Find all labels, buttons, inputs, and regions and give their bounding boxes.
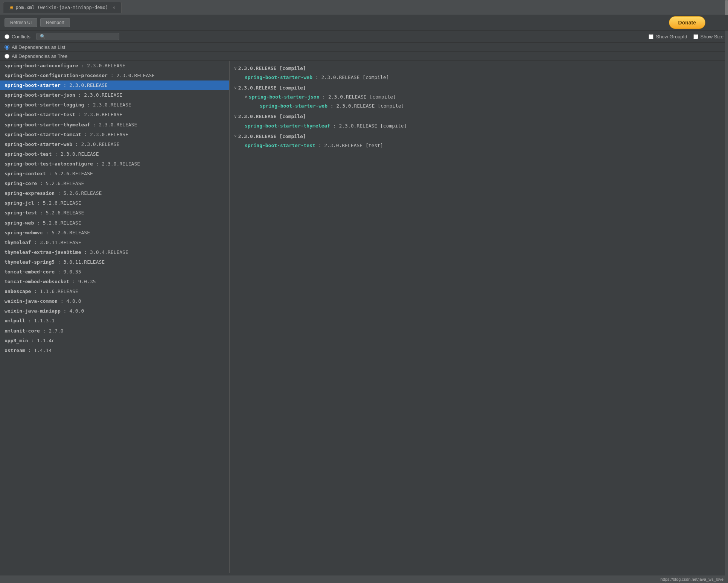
left-dep-item[interactable]: spring-boot-starter-json : 2.3.0.RELEASE xyxy=(0,90,229,100)
dep-version: : 2.7.0 xyxy=(40,328,64,334)
left-dep-item[interactable]: spring-boot-starter-web : 2.3.0.RELEASE xyxy=(0,140,229,149)
chevron-icon: ∨ xyxy=(245,94,247,101)
dep-name: spring-expression xyxy=(5,190,55,196)
tab-close-button[interactable]: × xyxy=(113,5,115,10)
left-dep-item[interactable]: spring-boot-test-autoconfigure : 2.3.0.R… xyxy=(0,159,229,169)
chevron-icon: ∨ xyxy=(234,65,237,72)
dep-version: : 2.3.0.RELEASE xyxy=(108,73,155,78)
tree-child-row[interactable]: spring-boot-starter-test : 2.3.0.RELEASE… xyxy=(230,141,728,150)
left-dep-item[interactable]: spring-boot-starter-test : 2.3.0.RELEASE xyxy=(0,110,229,120)
left-dep-item[interactable]: xstream : 1.4.14 xyxy=(0,346,229,355)
tab[interactable]: m pom.xml (weixin-java-miniapp-demo) × xyxy=(3,2,122,13)
tree-child-row[interactable]: ∨ spring-boot-starter-json : 2.3.0.RELEA… xyxy=(230,93,728,102)
refresh-ui-button[interactable]: Refresh UI xyxy=(5,18,37,27)
tree-row[interactable]: ∨ 2.3.0.RELEASE [compile] xyxy=(230,84,728,93)
tree-child-row[interactable]: spring-boot-starter-thymeleaf : 2.3.0.RE… xyxy=(230,121,728,131)
dep-name: spring-webmvc xyxy=(5,230,43,235)
show-groupid-checkbox[interactable] xyxy=(649,34,653,39)
dep-name: spring-boot-configuration-processor xyxy=(5,73,108,78)
conflicts-radio[interactable] xyxy=(5,34,9,39)
dep-version: : 2.3.0.RELEASE xyxy=(81,132,128,137)
dep-version: : 2.3.0.RELEASE xyxy=(52,151,99,157)
left-dep-item[interactable]: spring-core : 5.2.6.RELEASE xyxy=(0,179,229,188)
left-dep-item[interactable]: spring-expression : 5.2.6.RELEASE xyxy=(0,188,229,198)
left-dep-item[interactable]: spring-boot-starter : 2.3.0.RELEASE xyxy=(0,80,229,90)
dep-name: weixin-java-common xyxy=(5,298,58,304)
dep-version: : 3.0.11.RELEASE xyxy=(31,240,81,245)
tree-item: ∨ 2.3.0.RELEASE [compile] spring-boot-st… xyxy=(230,63,728,83)
all-deps-list-radio[interactable] xyxy=(5,45,9,50)
left-dep-item[interactable]: weixin-java-miniapp : 4.0.0 xyxy=(0,306,229,316)
left-dep-item[interactable]: spring-boot-configuration-processor : 2.… xyxy=(0,71,229,80)
left-dep-item[interactable]: thymeleaf-spring5 : 3.0.11.RELEASE xyxy=(0,257,229,267)
tree-row[interactable]: ∨ 2.3.0.RELEASE [compile] xyxy=(230,112,728,121)
chevron-icon: ∨ xyxy=(234,133,237,140)
left-dep-item[interactable]: thymeleaf : 3.0.11.RELEASE xyxy=(0,238,229,247)
left-dep-item[interactable]: thymeleaf-extras-java8time : 3.0.4.RELEA… xyxy=(0,247,229,257)
dep-name: spring-boot-starter-logging xyxy=(5,102,84,108)
show-size-group: Show Size xyxy=(693,34,723,39)
left-panel: spring-boot-autoconfigure : 2.3.0.RELEAS… xyxy=(0,61,230,573)
tree-version: 2.3.0.RELEASE [compile] xyxy=(238,84,306,92)
tree-row[interactable]: ∨ 2.3.0.RELEASE [compile] xyxy=(230,132,728,141)
dep-name: spring-boot-starter-web xyxy=(5,141,72,147)
left-dep-item[interactable]: spring-boot-starter-thymeleaf : 2.3.0.RE… xyxy=(0,120,229,130)
tree-child-row[interactable]: spring-boot-starter-web : 2.3.0.RELEASE … xyxy=(230,73,728,82)
dep-version: : 4.0.0 xyxy=(58,298,81,304)
dep-version: : 1.4.14 xyxy=(25,348,52,353)
all-deps-tree-radio-group: All Dependencies as Tree xyxy=(5,53,67,59)
controls-bar2: All Dependencies as List xyxy=(0,43,728,52)
reimport-button[interactable]: Reimport xyxy=(40,18,70,27)
left-dep-item[interactable]: spring-webmvc : 5.2.6.RELEASE xyxy=(0,228,229,238)
left-dep-item[interactable]: xmlpull : 1.1.3.1 xyxy=(0,316,229,326)
left-dep-item[interactable]: tomcat-embed-websocket : 9.0.35 xyxy=(0,277,229,287)
main-content: spring-boot-autoconfigure : 2.3.0.RELEAS… xyxy=(0,61,728,573)
dep-name: tomcat-embed-core xyxy=(5,269,55,275)
donate-button[interactable]: Donate xyxy=(669,16,705,29)
tree-dep-name: spring-boot-starter-test xyxy=(245,141,315,150)
left-dep-item[interactable]: xmlunit-core : 2.7.0 xyxy=(0,326,229,336)
tree-dep-name: spring-boot-starter-thymeleaf xyxy=(245,122,330,130)
left-dep-item[interactable]: spring-boot-test : 2.3.0.RELEASE xyxy=(0,149,229,159)
status-url: https://blog.csdn.net/java_ws_love xyxy=(660,577,723,581)
dep-version: : 5.2.6.RELEASE xyxy=(46,171,93,176)
left-dep-item[interactable]: spring-jcl : 5.2.6.RELEASE xyxy=(0,198,229,208)
global-scrollbar[interactable] xyxy=(725,0,728,583)
left-dep-item[interactable]: tomcat-embed-core : 9.0.35 xyxy=(0,267,229,277)
left-dep-item[interactable]: spring-boot-starter-tomcat : 2.3.0.RELEA… xyxy=(0,130,229,140)
tree-grandchild-row[interactable]: spring-boot-starter-web : 2.3.0.RELEASE … xyxy=(230,102,728,111)
dep-name: xpp3_min xyxy=(5,338,28,343)
left-dep-item[interactable]: spring-web : 5.2.6.RELEASE xyxy=(0,218,229,228)
tree-item: ∨ 2.3.0.RELEASE [compile] spring-boot-st… xyxy=(230,111,728,131)
left-dep-item[interactable]: xpp3_min : 1.1.4c xyxy=(0,336,229,346)
left-dep-item[interactable]: spring-test : 5.2.6.RELEASE xyxy=(0,208,229,218)
dep-name: xmlpull xyxy=(5,318,25,323)
left-dep-item[interactable]: unbescape : 1.1.6.RELEASE xyxy=(0,287,229,296)
all-deps-tree-radio[interactable] xyxy=(5,54,9,59)
tree-dep-version: : 2.3.0.RELEASE [compile] xyxy=(327,102,404,110)
dep-version: : 2.3.0.RELEASE xyxy=(75,92,122,98)
dep-name: spring-boot-starter-tomcat xyxy=(5,132,81,137)
dep-version: : 2.3.0.RELEASE xyxy=(93,161,140,167)
tree-version: 2.3.0.RELEASE [compile] xyxy=(238,64,306,73)
search-input[interactable] xyxy=(47,34,115,39)
search-box[interactable]: 🔍 xyxy=(37,33,119,40)
tree-version: 2.3.0.RELEASE [compile] xyxy=(238,132,306,141)
tab-icon: m xyxy=(9,5,12,11)
tree-dep-version: : 2.3.0.RELEASE [compile] xyxy=(330,122,407,130)
left-dep-item[interactable]: spring-boot-autoconfigure : 2.3.0.RELEAS… xyxy=(0,61,229,71)
conflicts-radio-group: Conflicts xyxy=(5,34,30,39)
left-dep-item[interactable]: spring-boot-starter-logging : 2.3.0.RELE… xyxy=(0,100,229,110)
tree-row[interactable]: ∨ 2.3.0.RELEASE [compile] xyxy=(230,64,728,73)
dep-version: : 1.1.4c xyxy=(28,338,55,343)
left-dep-item[interactable]: weixin-java-common : 4.0.0 xyxy=(0,296,229,306)
tree-version: 2.3.0.RELEASE [compile] xyxy=(238,112,306,121)
chevron-icon: ∨ xyxy=(234,85,237,92)
dep-name: spring-boot-starter-test xyxy=(5,112,75,117)
show-size-checkbox[interactable] xyxy=(693,34,698,39)
left-dep-item[interactable]: spring-context : 5.2.6.RELEASE xyxy=(0,169,229,179)
dep-name: spring-test xyxy=(5,210,37,216)
dep-name: spring-boot-starter xyxy=(5,82,61,88)
title-bar: m pom.xml (weixin-java-miniapp-demo) × xyxy=(0,0,728,15)
search-icon: 🔍 xyxy=(40,34,46,39)
